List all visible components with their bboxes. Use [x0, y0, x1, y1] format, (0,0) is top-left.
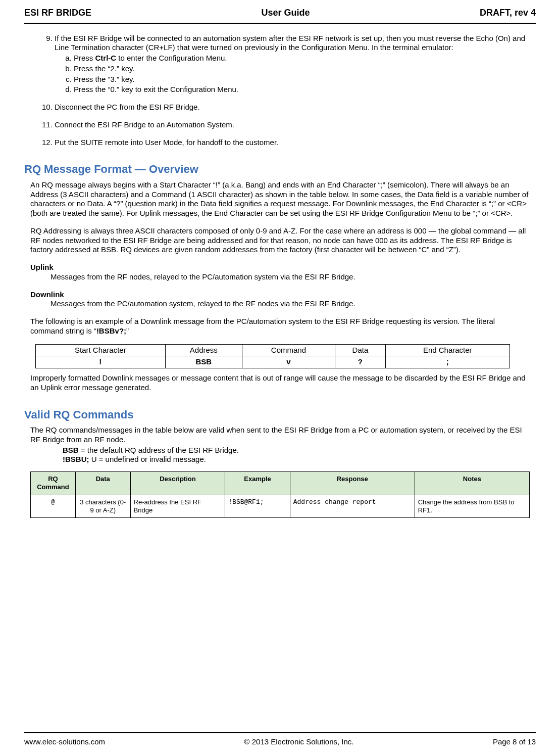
commands-header-row: RQ Command Data Description Example Resp…: [31, 472, 530, 495]
c1-data: 3 characters (0-9 or A-Z): [75, 495, 130, 518]
bsb-bold: BSB: [63, 446, 79, 454]
msg-format-table: Start Character Address Command Data End…: [35, 344, 510, 369]
valid-line2: !BSBU; U = undefined or invalid message.: [30, 455, 530, 464]
literal-command: !BSBv?;: [96, 326, 126, 335]
footer-center: © 2013 Electronic Solutions, Inc.: [244, 737, 353, 747]
c1-cmd: @: [31, 495, 76, 518]
step-10: Disconnect the PC from the ESI RF Bridge…: [55, 103, 530, 112]
step-9d: Press the “0.” key to exit the Configura…: [74, 85, 530, 94]
c1-resp: Address change report: [290, 495, 415, 518]
c1-ex: !BSB@RF1;: [225, 495, 290, 518]
step-9b: Press the “2.” key.: [74, 64, 530, 74]
setup-steps-list: If the ESI RF Bridge will be connected t…: [30, 34, 530, 148]
footer-right: Page 8 of 13: [493, 737, 536, 747]
step-9c: Press the “3.” key.: [74, 75, 530, 84]
rq-format-p1: An RQ message always begins with a Start…: [30, 180, 530, 218]
header-right: DRAFT, rev 4: [480, 7, 536, 19]
rq-format-p2: RQ Addressing is always three ASCII char…: [30, 226, 530, 255]
commands-table: RQ Command Data Description Example Resp…: [30, 471, 530, 518]
commands-row-1: @ 3 characters (0-9 or A-Z) Re-address t…: [31, 495, 530, 518]
step-9a: Press Ctrl-C to enter the Configuration …: [74, 54, 530, 63]
page-footer: www.elec-solutions.com © 2013 Electronic…: [24, 735, 536, 747]
ch-rq: RQ Command: [31, 472, 76, 495]
v-data: ?: [335, 356, 385, 368]
heading-valid-commands: Valid RQ Commands: [24, 408, 530, 422]
downlink-body: Messages from the PC/automation system, …: [30, 299, 530, 309]
ctrl-c-bold: Ctrl-C: [95, 54, 117, 62]
h-data: Data: [335, 344, 385, 356]
ch-data: Data: [75, 472, 130, 495]
step-12: Put the SUITE remote into User Mode, for…: [55, 138, 530, 148]
valid-line1: BSB = the default RQ address of the ESI …: [30, 446, 530, 455]
footer-left: www.elec-solutions.com: [24, 737, 105, 747]
header-rule: [24, 23, 536, 24]
uplink-term: Uplink: [30, 263, 530, 272]
rq-format-p4: Improperly formatted Downlink messages o…: [30, 373, 530, 393]
v-address: BSB: [165, 356, 242, 368]
h-start: Start Character: [36, 344, 166, 356]
valid-intro: The RQ commands/messages in the table be…: [30, 426, 530, 445]
heading-rq-format: RQ Message Format — Overview: [24, 162, 530, 176]
ch-notes: Notes: [415, 472, 529, 495]
uplink-body: Messages from the RF nodes, relayed to t…: [30, 272, 530, 282]
c1-desc: Re-address the ESI RF Bridge: [130, 495, 225, 518]
ch-ex: Example: [225, 472, 290, 495]
ch-resp: Response: [290, 472, 415, 495]
footer-rule: [24, 732, 536, 733]
step-11: Connect the ESI RF Bridge to an Automati…: [55, 120, 530, 130]
step-9-sublist: Press Ctrl-C to enter the Configuration …: [55, 54, 530, 94]
ch-desc: Description: [130, 472, 225, 495]
header-left: ESI RF BRIDGE: [24, 7, 91, 19]
downlink-def: Downlink Messages from the PC/automation…: [30, 290, 530, 309]
rq-format-p3: The following is an example of a Downlin…: [30, 317, 530, 336]
header-center: User Guide: [261, 7, 310, 19]
downlink-term: Downlink: [30, 290, 530, 300]
h-address: Address: [165, 344, 242, 356]
h-end: End Character: [385, 344, 510, 356]
v-command: v: [242, 356, 335, 368]
page-content: If the ESI RF Bridge will be connected t…: [24, 34, 536, 518]
v-start: !: [36, 356, 166, 368]
v-end: ;: [385, 356, 510, 368]
step-9: If the ESI RF Bridge will be connected t…: [55, 34, 530, 95]
msg-format-value-row: ! BSB v ? ;: [36, 356, 510, 368]
bsbu-bold: !BSBU;: [63, 455, 89, 463]
page-header: ESI RF BRIDGE User Guide DRAFT, rev 4: [24, 5, 536, 22]
c1-notes: Change the address from BSB to RF1.: [415, 495, 529, 518]
uplink-def: Uplink Messages from the RF nodes, relay…: [30, 263, 530, 282]
msg-format-header-row: Start Character Address Command Data End…: [36, 344, 510, 356]
h-command: Command: [242, 344, 335, 356]
step-9-text: If the ESI RF Bridge will be connected t…: [55, 34, 525, 52]
